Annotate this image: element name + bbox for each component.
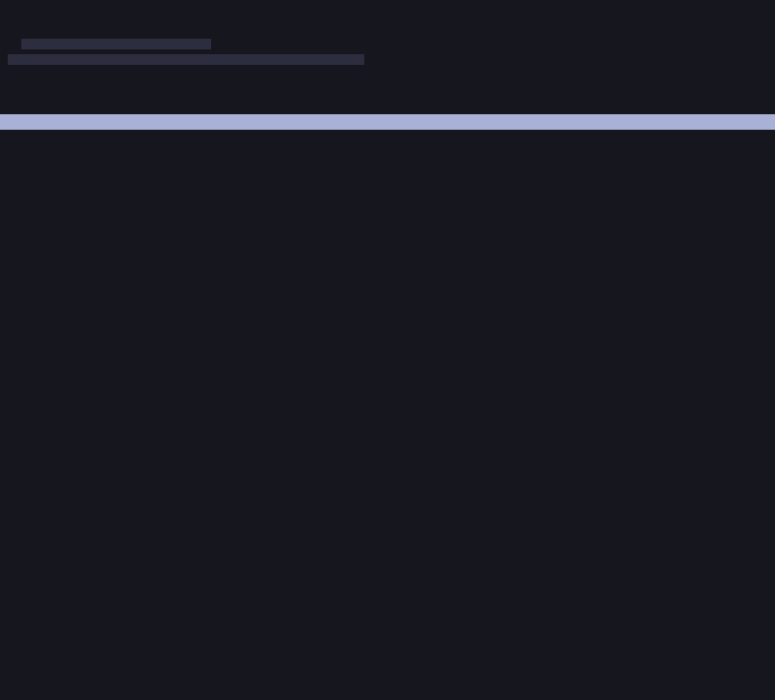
functions-line bbox=[0, 83, 775, 99]
samples-bar bbox=[21, 39, 211, 49]
header-spacer bbox=[250, 114, 262, 130]
top3-line bbox=[0, 99, 775, 114]
efficiency-bar bbox=[8, 54, 364, 65]
header-pct-cumulative[interactable] bbox=[207, 114, 250, 130]
efficiency-line bbox=[0, 52, 775, 68]
tachyon-profiler bbox=[0, 0, 775, 700]
header-nsamples[interactable] bbox=[0, 114, 107, 130]
header-fileline[interactable] bbox=[523, 114, 775, 130]
app-title bbox=[0, 6, 775, 21]
header-pct-direct[interactable] bbox=[107, 114, 145, 130]
status-line bbox=[0, 21, 775, 37]
opcodes-section-header bbox=[0, 130, 775, 145]
footer bbox=[0, 655, 775, 700]
table-header bbox=[0, 114, 775, 130]
footer-keybinds bbox=[0, 671, 775, 686]
samples-line bbox=[0, 37, 775, 52]
threads-line bbox=[0, 68, 775, 83]
header-tottime-sort[interactable] bbox=[145, 114, 207, 130]
footer-nsamples-help bbox=[0, 655, 775, 671]
header-function[interactable] bbox=[262, 114, 523, 130]
